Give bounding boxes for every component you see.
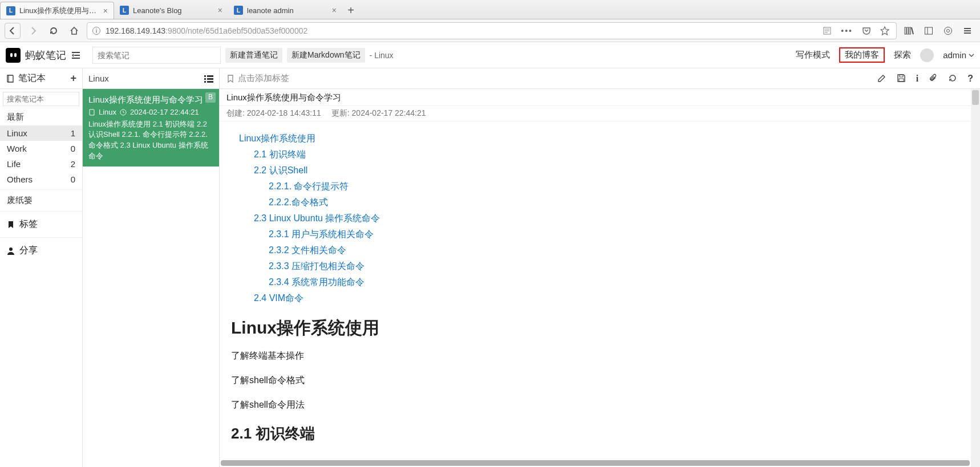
note-card-notebook: Linux xyxy=(99,107,116,118)
browser-tab[interactable]: L leanote admin × xyxy=(228,2,342,19)
history-icon[interactable] xyxy=(948,74,957,84)
heading-1: Linux操作系统使用 xyxy=(231,316,969,340)
svg-rect-23 xyxy=(204,78,206,80)
reload-icon[interactable] xyxy=(46,23,62,39)
book-icon xyxy=(6,74,15,83)
star-icon[interactable] xyxy=(878,26,892,35)
toc-link[interactable]: 2.2.2.命令格式 xyxy=(239,194,969,210)
note-list: B Linux操作系统使用与命令学习 Linux 2024-02-17 22:4… xyxy=(83,89,220,467)
close-icon[interactable]: × xyxy=(332,6,337,15)
paragraph: 了解shell命令用法 xyxy=(231,399,969,411)
brand-logo[interactable]: 蚂蚁笔记 xyxy=(6,48,66,63)
more-icon[interactable]: ••• xyxy=(839,26,855,35)
protection-icon[interactable] xyxy=(940,23,956,39)
browser-tab[interactable]: L Leanote's Blog × xyxy=(114,2,228,19)
svg-rect-2 xyxy=(96,29,96,29)
notebook-item-trash[interactable]: 废纸篓 xyxy=(0,192,82,209)
help-icon[interactable]: ? xyxy=(967,74,973,84)
tab-title: Linux操作系统使用与命令 xyxy=(19,6,99,16)
svg-rect-25 xyxy=(204,81,206,83)
toc-link[interactable]: 2.2.1. 命令行提示符 xyxy=(239,178,969,194)
close-icon[interactable]: × xyxy=(103,6,108,15)
note-breadcrumb: - Linux xyxy=(370,51,394,60)
paragraph: 了解shell命令格式 xyxy=(231,375,969,387)
info-icon[interactable]: i xyxy=(916,74,918,84)
site-info-icon[interactable] xyxy=(92,26,101,35)
add-tag-area[interactable]: 点击添加标签 xyxy=(226,73,289,84)
new-markdown-button[interactable]: 新建Markdown笔记 xyxy=(287,48,365,63)
avatar[interactable] xyxy=(920,48,934,62)
browser-tab-strip: L Linux操作系统使用与命令 × L Leanote's Blog × L … xyxy=(0,0,980,19)
toc-link[interactable]: 2.3 Linux Ubuntu 操作系统命令 xyxy=(239,210,969,226)
notebook-item-work[interactable]: Work0 xyxy=(0,141,82,156)
toc-link[interactable]: 2.3.3 压缩打包相关命令 xyxy=(239,258,969,274)
list-view-toggle-icon[interactable] xyxy=(204,75,213,83)
toc-link[interactable]: 2.4 VIM命令 xyxy=(239,290,969,306)
svg-rect-28 xyxy=(899,79,904,82)
note-card[interactable]: B Linux操作系统使用与命令学习 Linux 2024-02-17 22:4… xyxy=(83,89,219,167)
close-icon[interactable]: × xyxy=(218,6,222,15)
toc-link[interactable]: 2.1 初识终端 xyxy=(239,147,969,163)
url-bar[interactable]: 192.168.149.143:9800/note/65d1a6ebf50d0a… xyxy=(87,22,897,39)
note-meta: 创建: 2024-02-18 14:43:11 更新: 2024-02-17 2… xyxy=(220,106,980,121)
edit-icon[interactable] xyxy=(877,74,886,84)
browser-toolbar: 192.168.149.143:9800/note/65d1a6ebf50d0a… xyxy=(0,19,980,42)
menu-icon[interactable] xyxy=(959,23,975,39)
collapse-icon[interactable] xyxy=(71,51,88,59)
note-card-title: Linux操作系统使用与命令学习 xyxy=(88,94,213,106)
add-notebook-icon[interactable]: + xyxy=(70,72,76,84)
link-write-mode[interactable]: 写作模式 xyxy=(796,50,830,60)
blog-badge-icon: B xyxy=(205,92,216,103)
notebook-item-others[interactable]: Others0 xyxy=(0,172,82,187)
new-note-button[interactable]: 新建普通笔记 xyxy=(225,48,282,63)
attachment-icon[interactable] xyxy=(929,74,938,84)
tab-title: Leanote's Blog xyxy=(133,6,214,15)
current-notebook-label: Linux xyxy=(88,74,109,83)
browser-tab[interactable]: L Linux操作系统使用与命令 × xyxy=(0,2,114,19)
toc-link[interactable]: 2.3.1 用户与系统相关命令 xyxy=(239,226,969,242)
svg-rect-10 xyxy=(925,27,933,34)
forward-icon[interactable] xyxy=(25,23,41,39)
svg-rect-22 xyxy=(207,75,213,77)
logo-icon xyxy=(6,48,21,63)
save-icon[interactable] xyxy=(897,74,906,84)
paragraph: 了解终端基本操作 xyxy=(231,350,969,362)
toc-link[interactable]: 2.3.2 文件相关命令 xyxy=(239,242,969,258)
sidebar-section-tags[interactable]: 标签 xyxy=(0,214,82,235)
favicon-icon: L xyxy=(120,6,129,15)
notebook-item-recent[interactable]: 最新 xyxy=(0,109,82,125)
new-tab-button[interactable]: + xyxy=(342,2,359,19)
svg-point-29 xyxy=(9,247,13,251)
sidebar-section-share[interactable]: 分享 xyxy=(0,240,82,261)
toc-link[interactable]: 2.2 认识Shell xyxy=(239,163,969,178)
note-title[interactable]: Linux操作系统使用与命令学习 xyxy=(220,89,980,106)
library-icon[interactable] xyxy=(901,23,917,39)
bookmark-icon xyxy=(7,221,15,229)
link-explore[interactable]: 探索 xyxy=(894,50,911,60)
back-icon[interactable] xyxy=(5,23,21,39)
toc-link[interactable]: 2.3.4 系统常用功能命令 xyxy=(239,274,969,290)
reader-mode-icon[interactable] xyxy=(820,26,834,35)
user-menu[interactable]: admin xyxy=(943,50,974,60)
notebook-item-life[interactable]: Life2 xyxy=(0,156,82,172)
svg-rect-8 xyxy=(907,27,909,34)
notebooks-heading: 笔记本 xyxy=(6,72,46,84)
notebook-item-linux[interactable]: Linux1 xyxy=(0,125,82,141)
note-body[interactable]: Linux操作系统使用 2.1 初识终端 2.2 认识Shell 2.2.1. … xyxy=(220,121,980,467)
user-name: admin xyxy=(943,50,966,60)
pocket-icon[interactable] xyxy=(860,26,873,35)
clock-icon xyxy=(120,109,127,116)
horizontal-scrollbar[interactable] xyxy=(221,460,970,466)
home-icon[interactable] xyxy=(66,23,82,39)
note-card-excerpt: Linux操作系统使用 2.1 初识终端 2.2 认识Shell 2.2.1. … xyxy=(88,119,213,162)
url-text: 192.168.149.143:9800/note/65d1a6ebf50d0a… xyxy=(106,26,816,35)
search-notebook-input[interactable] xyxy=(3,92,79,106)
editor-pane: Linux操作系统使用与命令学习 创建: 2024-02-18 14:43:11… xyxy=(220,89,980,467)
app-header: 蚂蚁笔记 新建普通笔记 新建Markdown笔记 - Linux 写作模式 我的… xyxy=(0,42,980,68)
search-notes-input[interactable] xyxy=(92,47,221,64)
sub-toolbar: 笔记本 + Linux 点击添加标签 i ? xyxy=(0,68,980,89)
link-my-blog[interactable]: 我的博客 xyxy=(839,47,885,63)
toc-link[interactable]: Linux操作系统使用 xyxy=(239,131,969,147)
sidebar-icon[interactable] xyxy=(921,23,937,39)
vertical-scrollbar[interactable] xyxy=(971,89,980,467)
